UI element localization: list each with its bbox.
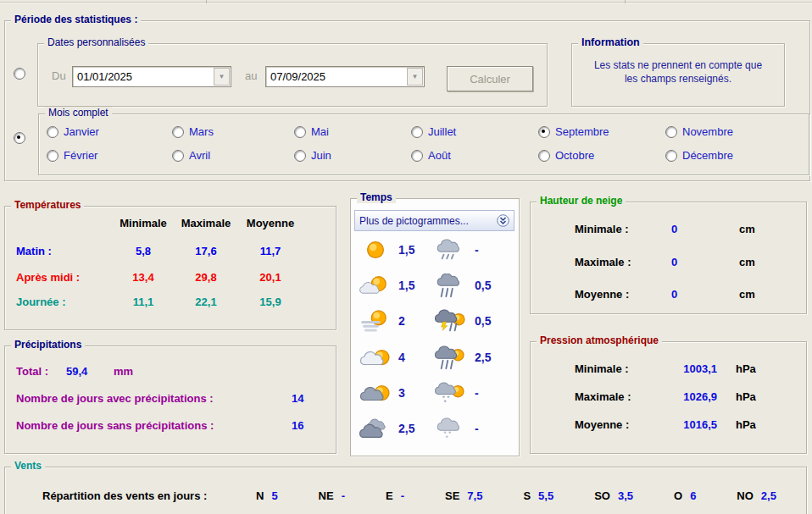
- picto-value: -: [475, 422, 479, 435]
- month-option-janvier[interactable]: Janvier: [47, 125, 99, 138]
- month-radio[interactable]: [47, 150, 58, 162]
- from-label: Du: [52, 69, 66, 82]
- journee-min: 11,1: [112, 296, 175, 308]
- pressure-min-label: Minimale :: [575, 362, 629, 375]
- wind-dir: SE: [445, 489, 459, 502]
- month-radio[interactable]: [47, 126, 58, 138]
- row-journee-label: Journée :: [16, 296, 66, 308]
- information-line2: les champs renseignés.: [572, 72, 784, 86]
- month-option-juin[interactable]: Juin: [294, 149, 331, 162]
- picto-row: 1,5 -: [351, 234, 517, 269]
- picto-value: 4: [398, 351, 405, 364]
- from-date-dropdown-arrow-icon[interactable]: ▼: [214, 68, 230, 86]
- custom-dates-groupbox: Dates personnalisées Du 01/01/2025 ▼ au …: [37, 43, 548, 107]
- month-radio[interactable]: [294, 126, 306, 138]
- full-month-groupbox: Mois complet Janvier Février Mars Avril …: [38, 113, 809, 175]
- calculate-button[interactable]: Calculer: [447, 66, 533, 91]
- custom-dates-label: Dates personnalisées: [44, 36, 148, 48]
- matin-min: 5,8: [112, 245, 175, 257]
- wind-dir: E: [386, 489, 393, 502]
- wind-ne: NE-: [319, 489, 345, 502]
- month-option-avril[interactable]: Avril: [172, 149, 210, 162]
- row-matin-label: Matin :: [16, 245, 52, 257]
- pressure-moy-unit: hPa: [736, 418, 756, 431]
- full-month-label: Mois complet: [45, 107, 112, 119]
- snow-cloud-icon: * **: [434, 417, 466, 442]
- custom-dates-radio[interactable]: [14, 68, 25, 80]
- wind-dir: S: [523, 489, 531, 502]
- picto-value: 1,5: [398, 243, 414, 257]
- pressure-max-value: 1026,9: [632, 390, 717, 403]
- pressure-moy-value: 1016,5: [632, 418, 717, 431]
- snow-moy-label: Moyenne :: [575, 288, 629, 301]
- apresmidi-moy: 20,1: [239, 271, 302, 284]
- wind-e: E-: [386, 489, 404, 502]
- total-value: 59,4: [66, 365, 87, 378]
- pressure-groupbox: Pression atmosphérique Minimale : 1003,1…: [530, 341, 807, 454]
- period-title: Période des statistiques :: [11, 14, 141, 25]
- to-date-value: 07/09/2025: [266, 70, 325, 83]
- month-option-aout[interactable]: Août: [411, 149, 451, 162]
- month-radio[interactable]: [294, 150, 306, 162]
- month-option-mai[interactable]: Mai: [294, 125, 329, 138]
- snow-max-unit: cm: [739, 256, 755, 268]
- picto-value: 2,5: [398, 422, 414, 435]
- month-radio[interactable]: [172, 150, 184, 162]
- month-option-juillet[interactable]: Juillet: [411, 125, 456, 138]
- winds-title: Vents: [11, 460, 45, 472]
- month-label: Novembre: [682, 125, 733, 138]
- month-radio[interactable]: [665, 150, 677, 162]
- from-date-combobox[interactable]: 01/01/2025 ▼: [72, 66, 231, 87]
- snow-moy-value: 0: [671, 288, 677, 301]
- matin-moy: 11,7: [239, 245, 302, 257]
- wind-value: 5: [271, 489, 277, 502]
- temps-groupbox: Temps Plus de pictogrammes... 1,5 - 1,5 …: [350, 198, 520, 456]
- picto-row: 3 * ** -: [351, 377, 517, 412]
- more-pictograms-button[interactable]: Plus de pictogrammes...: [354, 210, 514, 231]
- month-option-novembre[interactable]: Novembre: [665, 125, 733, 138]
- snow-groupbox: Hauteur de neige Minimale : 0 cm Maximal…: [530, 202, 807, 314]
- wind-value: 2,5: [761, 489, 776, 502]
- tab-divider-tick: [625, 0, 626, 3]
- wind-value: 6: [690, 489, 696, 502]
- information-line1: Les stats ne prennent en compte que: [572, 58, 784, 72]
- information-groupbox: Information Les stats ne prennent en com…: [571, 43, 785, 107]
- month-option-fevrier[interactable]: Février: [47, 149, 97, 162]
- month-radio[interactable]: [411, 126, 423, 138]
- matin-max: 17,6: [175, 245, 237, 257]
- wind-value: -: [401, 489, 404, 502]
- month-radio[interactable]: [665, 126, 677, 138]
- dark-clouds-icon: [359, 417, 392, 442]
- month-label: Juin: [311, 149, 331, 162]
- total-label: Total :: [16, 365, 48, 378]
- picto-row: 1,5 0,5: [351, 269, 517, 305]
- information-text: Les stats ne prennent en compte que les …: [572, 58, 784, 86]
- to-date-combobox[interactable]: 07/09/2025 ▼: [265, 66, 425, 87]
- to-date-dropdown-arrow-icon[interactable]: ▼: [407, 68, 423, 86]
- tab-divider-tick: [206, 0, 207, 3]
- month-radio[interactable]: [538, 150, 550, 162]
- picto-value: -: [475, 386, 479, 400]
- pressure-max-label: Maximale :: [575, 390, 631, 403]
- month-option-mars[interactable]: Mars: [172, 125, 214, 138]
- month-option-septembre[interactable]: Septembre: [538, 125, 609, 138]
- picto-row: 2,5 * ** -: [351, 412, 517, 448]
- from-date-value: 01/01/2025: [73, 70, 132, 83]
- sun-icon: [359, 238, 392, 263]
- month-label: Mai: [311, 125, 329, 138]
- wind-o: O6: [674, 489, 696, 502]
- month-radio[interactable]: [411, 150, 423, 162]
- precipitations-title: Précipitations: [11, 339, 85, 351]
- full-month-radio[interactable]: [14, 132, 25, 144]
- wind-no: NO2,5: [737, 489, 776, 502]
- tabstrip-bottom-highlight: [0, 3, 812, 3]
- month-radio[interactable]: [172, 126, 184, 138]
- journee-moy: 15,9: [239, 296, 302, 308]
- rain-cloud-sun-icon: [434, 345, 466, 371]
- month-option-octobre[interactable]: Octobre: [538, 149, 594, 162]
- sun-behind-cloud-icon: [359, 274, 392, 299]
- month-radio[interactable]: [538, 126, 550, 138]
- month-option-decembre[interactable]: Décembre: [665, 149, 733, 162]
- cloud-sun-light-icon: [359, 345, 392, 371]
- double-chevron-down-icon[interactable]: [497, 214, 509, 227]
